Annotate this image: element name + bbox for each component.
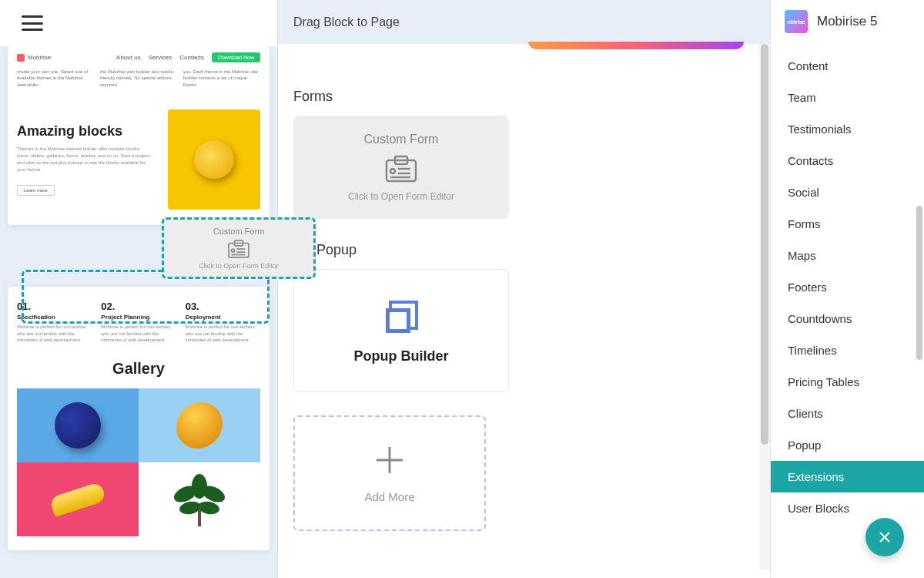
popup-builder-label: Popup Builder: [354, 348, 449, 365]
download-button: Download Now: [212, 52, 260, 62]
step-desc: Mobirise is perfect for non-techies who …: [186, 324, 260, 343]
blocks-panel: Drag Block to Page Forms Custom Form Cli…: [277, 0, 770, 578]
custom-form-block[interactable]: Custom Form Click to Open Form Editor: [293, 116, 509, 219]
gallery-tile: [17, 462, 139, 536]
category-scrollbar[interactable]: [915, 44, 924, 578]
learn-more-button: Learn more: [17, 185, 55, 196]
category-team[interactable]: Team: [771, 82, 924, 113]
app-logo-icon: obirise: [785, 10, 808, 33]
page-preview-column: Mobirise About us Services Contacts Down…: [0, 0, 277, 578]
category-user-blocks[interactable]: User Blocks: [771, 492, 924, 524]
popup-icon: [380, 297, 423, 341]
svg-rect-20: [390, 312, 407, 329]
category-sidebar: obirise Mobirise 5 ContentTeamTestimonia…: [770, 0, 924, 578]
step-desc: Mobirise is perfect for non-techies who …: [17, 324, 92, 343]
close-icon: [878, 530, 892, 544]
dragging-custom-form-block[interactable]: Custom Form Click to Open Form Editor: [162, 217, 316, 279]
gallery-tile: [139, 462, 260, 536]
category-pricing-tables[interactable]: Pricing Tables: [771, 366, 924, 398]
category-forms[interactable]: Forms: [771, 208, 924, 240]
hero-title: Amazing blocks: [17, 124, 152, 139]
hero-desc: Themes in the Mobirise website builder o…: [17, 146, 152, 173]
category-timelines[interactable]: Timelines: [771, 334, 924, 366]
svg-point-14: [390, 169, 395, 173]
category-contacts[interactable]: Contacts: [771, 145, 924, 176]
category-popup[interactable]: Popup: [771, 429, 924, 461]
mobirise-logo-icon: [17, 54, 25, 62]
preview-nav: Mobirise About us Services Contacts Down…: [8, 46, 270, 69]
category-testimonials[interactable]: Testimonials: [771, 113, 924, 145]
svg-rect-5: [198, 509, 201, 526]
blocks-panel-title: Drag Block to Page: [278, 0, 770, 44]
gallery-tile: [17, 388, 139, 462]
custom-form-label: Custom Form: [213, 227, 265, 236]
app-name: Mobirise 5: [817, 14, 877, 29]
hero-image: [168, 109, 260, 210]
nav-link: About us: [116, 54, 141, 61]
blocks-scrollbar[interactable]: [759, 44, 770, 570]
blocks-scroll[interactable]: Forms Custom Form Click to Open Form Edi…: [278, 44, 770, 578]
category-countdowns[interactable]: Countdowns: [771, 303, 924, 334]
gallery-tile: [139, 388, 260, 462]
form-icon: [384, 154, 418, 183]
gallery-title: Gallery: [17, 360, 260, 378]
gallery-grid: [17, 388, 260, 536]
preview-block-steps[interactable]: 01. Specification Mobirise is perfect fo…: [8, 287, 270, 550]
add-more-label: Add More: [364, 490, 414, 503]
custom-form-sub: Click to Open Form Editor: [348, 191, 454, 202]
add-more-button[interactable]: Add More: [293, 415, 486, 531]
preview-block-hero[interactable]: Mobirise About us Services Contacts Down…: [8, 46, 270, 225]
form-icon: [227, 239, 250, 259]
custom-form-sub: Click to Open Form Editor: [199, 262, 279, 270]
close-panel-button[interactable]: [865, 518, 904, 556]
category-list[interactable]: ContentTeamTestimonialsContactsSocialFor…: [771, 44, 924, 578]
category-clients[interactable]: Clients: [771, 398, 924, 429]
custom-form-label: Custom Form: [364, 133, 439, 146]
preview-col: the Mobirise web builder are mobile-frie…: [100, 69, 177, 88]
popup-builder-block[interactable]: Popup Builder: [293, 269, 509, 392]
nav-link: Contacts: [179, 54, 204, 61]
step-desc: Mobirise is perfect for non-techies who …: [101, 324, 176, 343]
nav-link: Services: [149, 54, 172, 61]
app-menu-bar: [0, 0, 277, 46]
category-maps[interactable]: Maps: [771, 240, 924, 271]
category-social[interactable]: Social: [771, 176, 924, 208]
svg-point-2: [192, 474, 207, 499]
category-footers[interactable]: Footers: [771, 271, 924, 303]
preview-columns: create your own site. Select one of avai…: [8, 69, 270, 99]
category-content[interactable]: Content: [771, 50, 924, 82]
page-preview-scroll[interactable]: Mobirise About us Services Contacts Down…: [0, 46, 277, 578]
hamburger-icon[interactable]: [22, 15, 43, 31]
telephone-icon: [194, 140, 234, 179]
preview-brand: Mobirise: [28, 54, 51, 61]
section-popup-title: Popup: [316, 242, 755, 258]
preview-col: you. Each theme in the Mobirise site bui…: [183, 69, 260, 88]
section-forms-title: Forms: [293, 89, 755, 105]
svg-point-8: [231, 249, 234, 252]
plus-icon: [373, 444, 406, 476]
hero-row: Amazing blocks Themes in the Mobirise we…: [8, 99, 270, 225]
app-header: obirise Mobirise 5: [771, 0, 924, 44]
category-extensions[interactable]: Extensions: [771, 461, 924, 492]
preview-col: create your own site. Select one of avai…: [17, 69, 94, 88]
